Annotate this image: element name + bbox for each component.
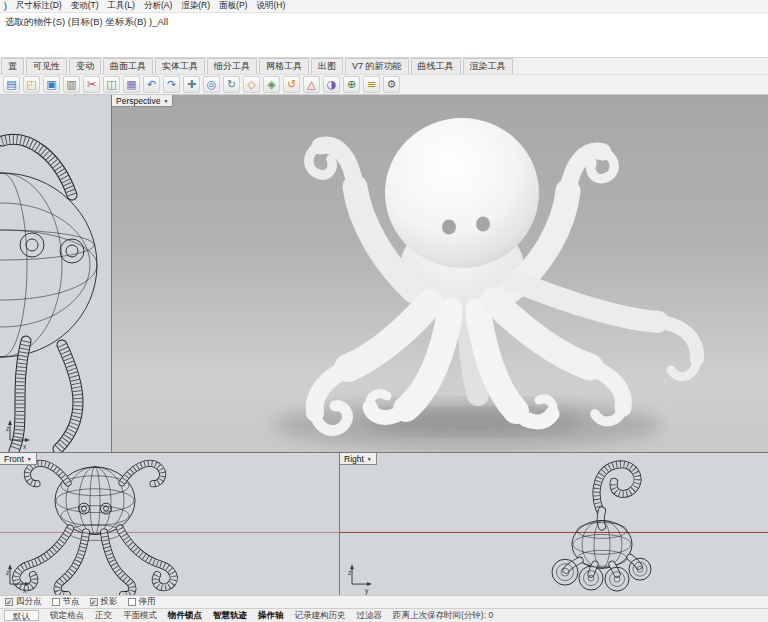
osnap-toggle[interactable]: ✓四分点 — [5, 596, 42, 608]
toolbar-tabs: 置可见性变动曲面工具实体工具细分工具网格工具出图V7 的新功能曲线工具渲染工具 — [0, 58, 768, 75]
copy-object-icon[interactable]: ◈ — [263, 76, 280, 93]
toolbar-tab[interactable]: 出图 — [311, 58, 343, 74]
status-item[interactable]: 记录建构历史 — [295, 610, 346, 622]
osnap-toggle[interactable]: 停用 — [128, 596, 156, 608]
command-prompt[interactable]: 选取的物件(S) (目标(B) 坐标系(B) )_All — [5, 15, 763, 28]
menu-item[interactable]: 说明(H) — [256, 0, 285, 12]
viewport-front[interactable]: Front ▼ — [0, 453, 339, 595]
status-item[interactable]: 操作轴 — [258, 610, 284, 622]
menu-item[interactable]: 尺寸标注(D) — [16, 0, 62, 12]
checkbox-icon[interactable] — [128, 598, 136, 606]
toolbar-tab[interactable]: 细分工具 — [207, 58, 257, 74]
copy-icon[interactable]: ◫ — [103, 76, 120, 93]
status-item[interactable]: 距离上次保存时间(分钟): 0 — [393, 610, 493, 622]
octopus-wireframe-zoom[interactable] — [0, 139, 97, 451]
viewport-title-front[interactable]: Front ▼ — [0, 453, 37, 465]
checkbox-icon[interactable] — [52, 598, 60, 606]
toolbar-tab[interactable]: 曲线工具 — [411, 58, 461, 74]
octopus-wireframe-front[interactable] — [16, 463, 174, 595]
osnap-bar: ✓四分点节点✓投影停用 — [0, 595, 768, 608]
svg-text:z: z — [6, 569, 9, 576]
osnap-label: 停用 — [139, 596, 156, 608]
menu-bar: )尺寸标注(D)变动(T)工具(L)分析(A)渲染(R)面板(P)说明(H) — [0, 0, 768, 13]
properties-icon[interactable]: ⚙ — [383, 76, 400, 93]
toolbar-tab[interactable]: 变动 — [69, 58, 101, 74]
octopus-head — [385, 118, 539, 268]
viewport-title-label: Perspective — [116, 96, 160, 106]
command-area[interactable]: 选取的物件(S) (目标(B) 坐标系(B) )_All — [0, 13, 768, 58]
status-item[interactable]: 智慧轨迹 — [213, 610, 247, 622]
octopus-model[interactable] — [272, 118, 697, 449]
viewport-top-left[interactable]: z x — [0, 95, 111, 452]
viewport-menu-arrow-icon[interactable]: ▼ — [163, 98, 168, 104]
menu-item[interactable]: ) — [4, 1, 7, 11]
axis-indicator: z y — [348, 564, 372, 595]
toolbar-tab[interactable]: 可见性 — [26, 58, 67, 74]
wireframe-zoom-canvas[interactable]: z x — [0, 95, 111, 452]
cut-icon[interactable]: ✂ — [83, 76, 100, 93]
status-item[interactable]: 物件锁点 — [168, 610, 202, 622]
zoom-icon[interactable]: ◎ — [203, 76, 220, 93]
mirror-icon[interactable]: ◑ — [323, 76, 340, 93]
menu-item[interactable]: 分析(A) — [144, 0, 172, 12]
toolbar-tab[interactable]: V7 的新功能 — [345, 58, 409, 74]
osnap-toggle[interactable]: ✓投影 — [90, 596, 118, 608]
layers-icon[interactable]: ≡ — [363, 76, 380, 93]
viewport-right[interactable]: Right ▼ — [340, 453, 768, 595]
join-icon[interactable]: ⊕ — [343, 76, 360, 93]
cplane-cell[interactable]: 默认 — [4, 610, 39, 621]
wireframe-right-canvas[interactable]: z y — [340, 453, 768, 595]
menu-item[interactable]: 渲染(R) — [181, 0, 210, 12]
icon-toolbar: ▤◰▣▥✂◫▦↶↷✚◎↻◇◈↺△◑⊕≡⚙ — [0, 75, 768, 95]
save-file-icon[interactable]: ▣ — [43, 76, 60, 93]
octopus-left-eye — [442, 220, 456, 235]
toolbar-tab[interactable]: 曲面工具 — [103, 58, 153, 74]
status-bar: 默认 锁定格点正交平面模式物件锁点智慧轨迹操作轴记录建构历史过滤器距离上次保存时… — [0, 608, 768, 622]
viewport-area: z x Perspective ▼ — [0, 95, 768, 595]
scale-icon[interactable]: △ — [303, 76, 320, 93]
undo-icon[interactable]: ↶ — [143, 76, 160, 93]
app-window: )尺寸标注(D)变动(T)工具(L)分析(A)渲染(R)面板(P)说明(H) 选… — [0, 0, 768, 622]
status-item[interactable]: 平面模式 — [123, 610, 157, 622]
leg-coils — [552, 558, 651, 591]
wireframe-front-canvas[interactable]: z x — [0, 453, 339, 595]
rotate-view-icon[interactable]: ↻ — [223, 76, 240, 93]
open-file-icon[interactable]: ◰ — [23, 76, 40, 93]
viewport-title-label: Right — [344, 454, 364, 464]
viewport-menu-arrow-icon[interactable]: ▼ — [27, 456, 32, 462]
toolbar-tab[interactable]: 置 — [1, 58, 24, 74]
osnap-label: 四分点 — [16, 596, 42, 608]
viewport-perspective[interactable]: Perspective ▼ — [112, 95, 768, 452]
toolbar-tab[interactable]: 渲染工具 — [463, 58, 513, 74]
svg-text:y: y — [365, 587, 369, 595]
checkbox-icon[interactable]: ✓ — [90, 598, 98, 606]
svg-text:x: x — [23, 443, 27, 450]
viewport-menu-arrow-icon[interactable]: ▼ — [367, 456, 372, 462]
redo-icon[interactable]: ↷ — [163, 76, 180, 93]
status-item[interactable]: 锁定格点 — [50, 610, 84, 622]
osnap-toggle[interactable]: 节点 — [52, 596, 80, 608]
osnap-label: 节点 — [63, 596, 80, 608]
svg-text:z: z — [6, 425, 9, 432]
viewport-title-perspective[interactable]: Perspective ▼ — [112, 95, 173, 107]
svg-text:z: z — [348, 569, 351, 576]
render-canvas[interactable] — [112, 95, 768, 452]
rotate-icon[interactable]: ↺ — [283, 76, 300, 93]
viewport-title-right[interactable]: Right ▼ — [340, 453, 377, 465]
print-icon[interactable]: ▥ — [63, 76, 80, 93]
toolbar-tab[interactable]: 网格工具 — [259, 58, 309, 74]
new-file-icon[interactable]: ▤ — [3, 76, 20, 93]
menu-item[interactable]: 变动(T) — [71, 0, 99, 12]
toolbar-tab[interactable]: 实体工具 — [155, 58, 205, 74]
command-input-line[interactable] — [5, 28, 763, 41]
status-items: 锁定格点正交平面模式物件锁点智慧轨迹操作轴记录建构历史过滤器距离上次保存时间(分… — [50, 610, 493, 622]
pan-view-icon[interactable]: ✚ — [183, 76, 200, 93]
octopus-wireframe-right[interactable] — [552, 464, 651, 591]
status-item[interactable]: 正交 — [95, 610, 112, 622]
paste-icon[interactable]: ▦ — [123, 76, 140, 93]
checkbox-icon[interactable]: ✓ — [5, 598, 13, 606]
status-item[interactable]: 过滤器 — [357, 610, 383, 622]
menu-item[interactable]: 面板(P) — [219, 0, 247, 12]
move-icon[interactable]: ◇ — [243, 76, 260, 93]
menu-item[interactable]: 工具(L) — [108, 0, 135, 12]
